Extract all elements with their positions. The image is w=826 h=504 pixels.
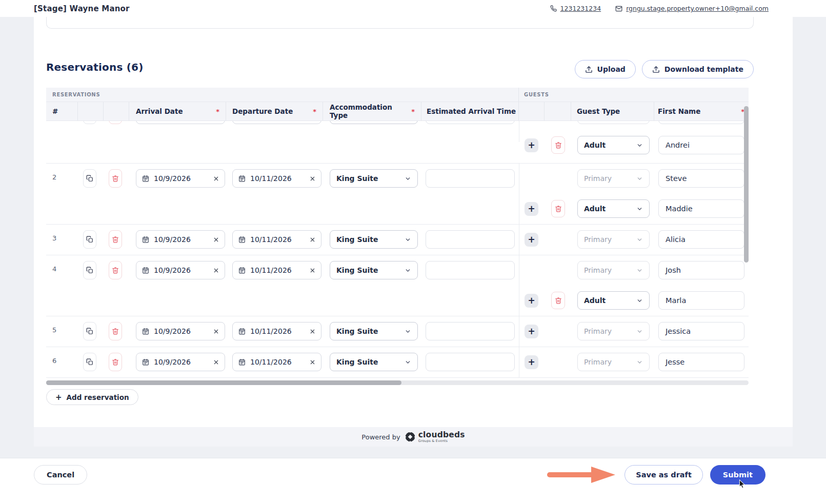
first-name-input[interactable]: Maddie [658,199,744,218]
delete-reservation-button[interactable] [109,230,122,249]
duplicate-reservation-button[interactable] [83,169,96,188]
accommodation-type-select[interactable]: King Suite [330,261,418,279]
accommodation-type-select[interactable]: King Suite [330,353,418,371]
add-guest-button[interactable]: + [525,355,538,369]
save-as-draft-button[interactable]: Save as draft [624,465,703,485]
first-name-input[interactable]: Alicia [658,230,744,249]
first-name-input[interactable]: Andrei [658,136,744,154]
accommodation-type-select[interactable]: King Suite [330,322,418,340]
duplicate-reservation-button[interactable] [83,121,96,124]
trash-icon [555,205,562,212]
add-guest-button[interactable]: + [525,294,538,308]
calendar-icon [238,328,246,335]
first-name-input[interactable]: Jesse [658,353,744,371]
clear-date-icon[interactable] [213,237,219,243]
add-guest-button[interactable]: + [525,202,538,216]
estimated-arrival-input[interactable] [426,353,515,371]
accommodation-type-select[interactable] [330,121,418,124]
duplicate-reservation-button[interactable] [83,322,96,340]
guest-type-select[interactable]: Primary [577,353,650,371]
estimated-arrival-input[interactable] [426,322,515,340]
cancel-button[interactable]: Cancel [34,465,87,485]
delete-reservation-button[interactable] [109,353,122,371]
copy-icon [86,175,93,182]
estimated-arrival-input[interactable] [426,261,515,279]
accommodation-type-select[interactable]: King Suite [330,169,418,188]
clear-date-icon[interactable] [213,329,219,334]
submit-button[interactable]: Submit [710,465,765,485]
departure-date-input[interactable]: 10/11/2026 [232,261,321,279]
delete-guest-button[interactable] [551,136,565,154]
chevron-down-icon [636,175,643,182]
vertical-scrollbar-thumb[interactable] [744,106,749,263]
guest-type-select[interactable]: Primary [577,230,650,249]
chevron-down-icon [636,328,643,335]
delete-guest-button[interactable] [551,200,565,217]
departure-date-input[interactable]: 10/11/2026 [232,230,321,249]
horizontal-scrollbar-thumb[interactable] [46,380,401,385]
arrival-date-input[interactable]: 10/9/2026 [136,169,225,188]
guest-type-select[interactable]: Adult [577,199,650,218]
departure-date-input[interactable]: 10/11/2026 [232,169,321,188]
delete-reservation-button[interactable] [109,261,122,279]
upload-button[interactable]: Upload [575,60,636,78]
previous-section-cropped [46,17,754,29]
first-name-input[interactable]: Jessica [658,322,744,340]
arrival-date-input[interactable] [136,121,225,124]
estimated-arrival-input[interactable] [426,169,515,188]
clear-date-icon[interactable] [310,329,315,334]
guest-type-select[interactable]: Primary [577,322,650,340]
duplicate-reservation-button[interactable] [83,261,96,279]
clear-date-icon[interactable] [310,176,315,182]
departure-date-input[interactable]: 10/11/2026 [232,353,321,371]
reservation-row: 2 10/9/2026 [46,163,749,224]
first-name-input[interactable]: Marla [658,291,744,310]
add-guest-button[interactable]: + [525,138,538,152]
first-name-input[interactable]: Steve [658,169,744,188]
delete-guest-button[interactable] [551,292,565,309]
email-link[interactable]: rgngu.stage.property.owner+10@gmail.com [626,5,769,12]
phone-link[interactable]: 1231231234 [560,5,601,12]
estimated-arrival-input[interactable] [426,230,515,249]
content-card: Reservations (6) Upload Download templat… [34,17,793,447]
download-template-icon [652,66,660,73]
guest-type-select[interactable]: Primary [577,261,650,279]
horizontal-scrollbar[interactable] [46,380,749,385]
guest-type-select[interactable] [577,121,650,124]
duplicate-reservation-button[interactable] [83,230,96,249]
clear-date-icon[interactable] [213,268,219,273]
clear-date-icon[interactable] [213,359,219,365]
first-name-input[interactable]: Josh [658,261,744,279]
add-guest-button[interactable]: + [525,233,538,247]
departure-date-input[interactable]: 10/11/2026 [232,322,321,340]
first-name-input[interactable] [658,121,744,124]
arrival-date-input[interactable]: 10/9/2026 [136,230,225,249]
download-template-button[interactable]: Download template [642,60,754,78]
clear-date-icon[interactable] [310,359,315,365]
arrival-date-input[interactable]: 10/9/2026 [136,261,225,279]
arrival-date-input[interactable]: 10/9/2026 [136,322,225,340]
add-guest-button[interactable]: + [525,325,538,338]
delete-reservation-button[interactable] [109,169,122,188]
calendar-icon [238,267,246,274]
guest-type-select[interactable]: Primary [577,169,650,188]
departure-date-input[interactable] [232,121,321,124]
copy-icon [86,267,93,274]
delete-reservation-button[interactable] [109,121,122,124]
add-reservation-button[interactable]: + Add reservation [46,389,138,405]
trash-icon [555,142,562,149]
clear-date-icon[interactable] [310,268,315,273]
clear-date-icon[interactable] [213,176,219,182]
accommodation-type-select[interactable]: King Suite [330,230,418,249]
guest-type-select[interactable]: Adult [577,136,650,154]
delete-reservation-button[interactable] [109,322,122,340]
reservation-row: 5 10/9/2026 [46,316,749,347]
estimated-arrival-input[interactable] [426,121,515,124]
duplicate-reservation-button[interactable] [83,353,96,371]
clear-date-icon[interactable] [310,237,315,243]
calendar-icon [142,175,149,182]
guest-type-select[interactable]: Adult [577,291,650,310]
arrival-date-input[interactable]: 10/9/2026 [136,353,225,371]
required-marker: * [216,108,219,115]
chevron-down-icon [636,142,643,149]
